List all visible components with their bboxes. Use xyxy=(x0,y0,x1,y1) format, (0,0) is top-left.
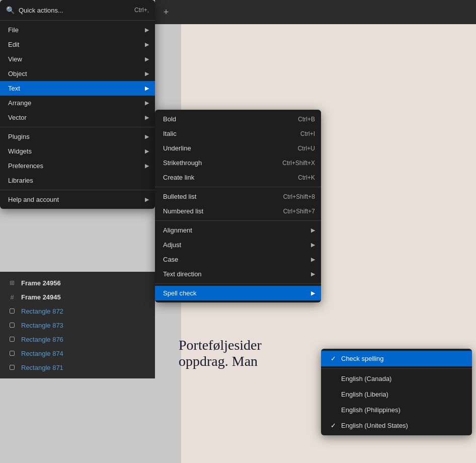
submenu-item-numbered-list[interactable]: Numbered list Ctrl+Shift+7 xyxy=(155,204,321,218)
submenu-label: Create link xyxy=(163,174,294,181)
menu-item-vector[interactable]: Vector ▶ xyxy=(0,110,155,125)
submenu-arrow-icon: ▶ xyxy=(145,27,149,33)
layer-name: Frame 24945 xyxy=(21,293,147,301)
spellcheck-divider xyxy=(321,368,472,369)
submenu-arrow-icon: ▶ xyxy=(311,227,315,234)
submenu-item-underline[interactable]: Underline Ctrl+U xyxy=(155,141,321,156)
menu-item-object[interactable]: Object ▶ xyxy=(0,66,155,81)
spellcheck-item-english-liberia[interactable]: ✓ English (Liberia) xyxy=(321,387,472,402)
layer-name: Rectangle 873 xyxy=(21,322,147,329)
menu-item-text[interactable]: Text ▶ xyxy=(0,81,155,96)
menu-item-plugins[interactable]: Plugins ▶ xyxy=(0,129,155,144)
submenu-arrow-icon: ▶ xyxy=(145,70,149,77)
submenu-item-italic[interactable]: Italic Ctrl+I xyxy=(155,126,321,141)
menu-divider-3 xyxy=(0,190,155,190)
submenu-item-alignment[interactable]: Alignment ▶ xyxy=(155,223,321,238)
submenu-arrow-icon: ▶ xyxy=(145,196,149,203)
canvas-line-1: Porteføljesider xyxy=(179,337,262,353)
menu-label: Widgets xyxy=(8,147,139,155)
menu-label: Preferences xyxy=(8,162,139,170)
layer-item-frame24945[interactable]: # Frame 24945 xyxy=(0,290,155,304)
rect-icon xyxy=(8,321,16,329)
shortcut-label: Ctrl+K xyxy=(298,174,315,181)
menu-item-view[interactable]: View ▶ xyxy=(0,52,155,66)
layer-name: Frame 24956 xyxy=(21,279,147,287)
spellcheck-label: English (United States) xyxy=(341,422,408,429)
menu-item-widgets[interactable]: Widgets ▶ xyxy=(0,144,155,159)
menu-item-arrange[interactable]: Arrange ▶ xyxy=(0,96,155,110)
rect-icon xyxy=(8,349,16,357)
spellcheck-item-english-us[interactable]: ✓ English (United States) xyxy=(321,418,472,433)
layer-item-rect876[interactable]: Rectangle 876 xyxy=(0,332,155,346)
text-submenu: Bold Ctrl+B Italic Ctrl+I Underline Ctrl… xyxy=(155,110,321,302)
submenu-arrow-icon: ▶ xyxy=(145,163,149,169)
layer-item-frame24956[interactable]: ⊞ Frame 24956 xyxy=(0,276,155,290)
layer-name: Rectangle 876 xyxy=(21,336,147,343)
menu-divider-2 xyxy=(0,127,155,127)
submenu-item-text-direction[interactable]: Text direction ▶ xyxy=(155,267,321,281)
layer-item-rect872[interactable]: Rectangle 872 xyxy=(0,304,155,318)
menu-label: File xyxy=(8,26,139,34)
layer-name: Rectangle 871 xyxy=(21,364,147,371)
layer-item-rect871[interactable]: Rectangle 871 xyxy=(0,360,155,374)
submenu-item-bulleted-list[interactable]: Bulleted list Ctrl+Shift+8 xyxy=(155,189,321,204)
submenu-arrow-icon: ▶ xyxy=(311,290,315,296)
checkmark-icon: ✓ xyxy=(329,355,337,362)
tab-bar: + xyxy=(155,0,476,24)
submenu-arrow-icon: ▶ xyxy=(311,271,315,277)
menu-label: Arrange xyxy=(8,99,139,107)
layer-item-rect874[interactable]: Rectangle 874 xyxy=(0,346,155,360)
submenu-label: Numbered list xyxy=(163,207,279,215)
submenu-arrow-icon: ▶ xyxy=(145,133,149,140)
menu-label: Libraries xyxy=(8,177,149,184)
submenu-item-bold[interactable]: Bold Ctrl+B xyxy=(155,112,321,126)
shortcut-label: Ctrl+Shift+7 xyxy=(283,208,315,215)
submenu-label: Underline xyxy=(163,144,294,152)
submenu-item-spell-check[interactable]: Spell check ▶ xyxy=(155,286,321,300)
quick-actions-shortcut: Ctrl+, xyxy=(134,7,149,14)
spellcheck-label: English (Canada) xyxy=(341,375,391,382)
submenu-item-strikethrough[interactable]: Strikethrough Ctrl+Shift+X xyxy=(155,156,321,170)
submenu-label: Adjust xyxy=(163,241,307,249)
submenu-label: Strikethrough xyxy=(163,159,278,167)
hash-icon: # xyxy=(8,293,16,301)
quick-actions[interactable]: 🔍 Quick actions... Ctrl+, xyxy=(0,2,155,18)
search-icon: 🔍 xyxy=(6,6,15,14)
spellcheck-label: English (Philippines) xyxy=(341,406,401,414)
spellcheck-item-check-spelling[interactable]: ✓ Check spelling xyxy=(321,351,472,366)
layer-item-rect873[interactable]: Rectangle 873 xyxy=(0,318,155,332)
shortcut-label: Ctrl+B xyxy=(298,116,315,123)
rect-icon xyxy=(8,363,16,371)
menu-divider-1 xyxy=(0,20,155,21)
submenu-arrow-icon: ▶ xyxy=(145,85,149,92)
shortcut-label: Ctrl+Shift+8 xyxy=(283,193,315,200)
spellcheck-label: Check spelling xyxy=(341,355,384,362)
quick-actions-label: Quick actions... xyxy=(19,7,130,14)
rect-icon xyxy=(8,307,16,315)
shortcut-label: Ctrl+U xyxy=(298,145,315,152)
menu-item-preferences[interactable]: Preferences ▶ xyxy=(0,159,155,173)
submenu-arrow-icon: ▶ xyxy=(311,242,315,248)
submenu-arrow-icon: ▶ xyxy=(145,100,149,106)
menu-item-libraries[interactable]: Libraries xyxy=(0,173,155,188)
submenu-arrow-icon: ▶ xyxy=(311,256,315,263)
add-tab-button[interactable]: + xyxy=(159,5,173,19)
submenu-divider-3 xyxy=(155,283,321,284)
submenu-label: Bold xyxy=(163,115,294,123)
menu-item-help[interactable]: Help and account ▶ xyxy=(0,192,155,207)
menu-label: Object xyxy=(8,70,139,78)
submenu-item-create-link[interactable]: Create link Ctrl+K xyxy=(155,170,321,185)
spellcheck-item-english-canada[interactable]: ✓ English (Canada) xyxy=(321,371,472,387)
rect-icon xyxy=(8,335,16,343)
layer-name: Rectangle 874 xyxy=(21,350,147,357)
submenu-item-case[interactable]: Case ▶ xyxy=(155,252,321,267)
frame-icon: ⊞ xyxy=(8,279,16,287)
submenu-item-adjust[interactable]: Adjust ▶ xyxy=(155,238,321,252)
submenu-label: Bulleted list xyxy=(163,193,279,200)
spellcheck-item-english-philippines[interactable]: ✓ English (Philippines) xyxy=(321,402,472,418)
menu-label: Plugins xyxy=(8,133,139,140)
menu-item-file[interactable]: File ▶ xyxy=(0,23,155,37)
submenu-label: Case xyxy=(163,256,307,263)
spellcheck-label: English (Liberia) xyxy=(341,391,388,398)
menu-item-edit[interactable]: Edit ▶ xyxy=(0,37,155,52)
